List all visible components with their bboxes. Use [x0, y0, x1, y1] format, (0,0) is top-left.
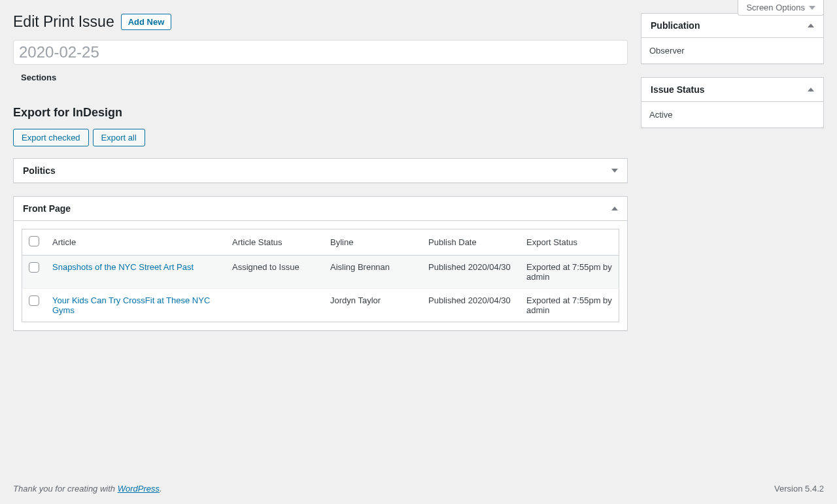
sections-label: Sections [21, 73, 628, 82]
cell-status: Assigned to Issue [226, 256, 324, 289]
cell-date: Published 2020/04/30 [422, 256, 520, 289]
col-header-article: Article [46, 229, 226, 256]
cell-byline: Aisling Brennan [324, 256, 422, 289]
table-row: Snapshots of the NYC Street Art Past Ass… [22, 256, 619, 289]
issue-status-panel-header[interactable]: Issue Status [641, 78, 823, 102]
add-new-button[interactable]: Add New [121, 14, 172, 30]
article-link[interactable]: Snapshots of the NYC Street Art Past [52, 262, 194, 272]
page-title: Edit Print Issue [13, 13, 114, 31]
politics-section-title: Politics [23, 165, 56, 176]
issue-title-input[interactable] [13, 40, 628, 65]
chevron-up-icon [808, 88, 814, 92]
footer-version: Version 5.4.2 [774, 484, 824, 494]
footer-period: . [160, 484, 162, 494]
screen-options-button[interactable]: Screen Options [738, 0, 824, 16]
frontpage-section-header[interactable]: Front Page [14, 197, 627, 221]
frontpage-section-panel: Front Page Article Article Status Byline… [13, 196, 628, 331]
cell-date: Published 2020/04/30 [422, 289, 520, 322]
chevron-down-icon [809, 6, 815, 10]
col-header-byline: Byline [324, 229, 422, 256]
cell-byline: Jordyn Taylor [324, 289, 422, 322]
issue-status-panel-title: Issue Status [651, 84, 704, 95]
table-row: Your Kids Can Try CrossFit at These NYC … [22, 289, 619, 322]
export-heading: Export for InDesign [13, 106, 628, 120]
col-header-date: Publish Date [422, 229, 520, 256]
select-all-checkbox[interactable] [29, 236, 39, 246]
publication-panel-header[interactable]: Publication [641, 14, 823, 38]
publication-panel-title: Publication [651, 20, 700, 31]
footer-thanks-prefix: Thank you for creating with [13, 484, 118, 494]
politics-section-panel: Politics [13, 158, 628, 183]
issue-status-value: Active [641, 102, 823, 127]
footer: Thank you for creating with WordPress. V… [0, 477, 837, 504]
chevron-down-icon [611, 169, 618, 173]
article-table: Article Article Status Byline Publish Da… [22, 229, 619, 322]
col-header-status: Article Status [226, 229, 324, 256]
cell-status [226, 289, 324, 322]
col-header-export: Export Status [520, 229, 619, 256]
screen-options-label: Screen Options [746, 3, 805, 12]
export-checked-button[interactable]: Export checked [13, 129, 89, 146]
cell-export: Exported at 7:55pm by admin [520, 289, 619, 322]
row-checkbox[interactable] [29, 262, 39, 273]
article-link[interactable]: Your Kids Can Try CrossFit at These NYC … [52, 295, 210, 315]
frontpage-section-title: Front Page [23, 203, 71, 214]
issue-status-panel: Issue Status Active [641, 77, 824, 128]
export-all-button[interactable]: Export all [93, 129, 145, 146]
row-checkbox[interactable] [29, 295, 39, 306]
publication-value: Observer [641, 38, 823, 63]
publication-panel: Publication Observer [641, 13, 824, 64]
politics-section-header[interactable]: Politics [14, 159, 627, 182]
chevron-up-icon [808, 24, 814, 27]
cell-export: Exported at 7:55pm by admin [520, 256, 619, 289]
chevron-up-icon [611, 207, 618, 210]
wordpress-link[interactable]: WordPress [118, 484, 160, 494]
